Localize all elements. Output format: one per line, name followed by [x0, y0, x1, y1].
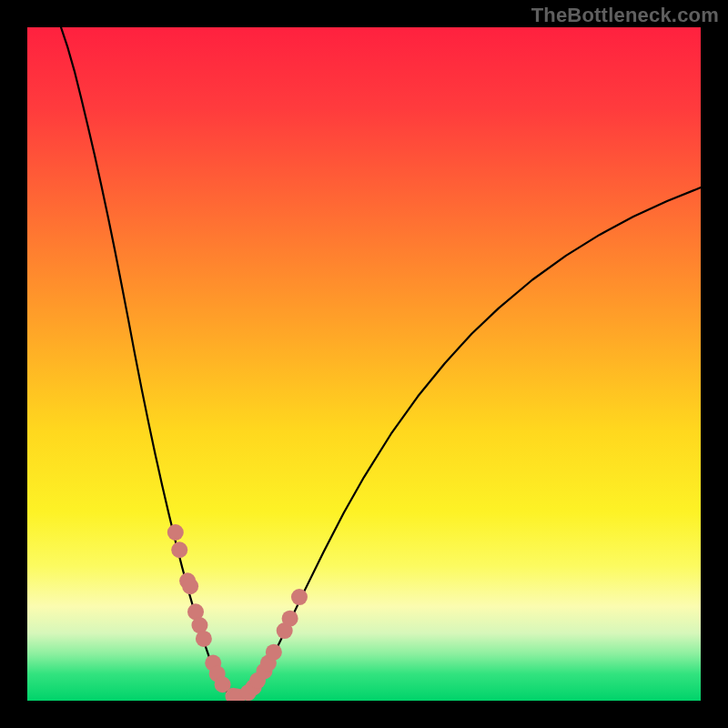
- bottleneck-curve: [61, 27, 701, 698]
- sample-point: [167, 524, 184, 541]
- sample-point: [291, 589, 308, 605]
- curve-layer: [27, 27, 701, 701]
- sample-point: [182, 578, 198, 594]
- sample-point: [282, 611, 298, 627]
- sample-point: [196, 631, 212, 647]
- plot-area: [27, 27, 701, 701]
- sample-points: [167, 524, 308, 701]
- sample-point: [266, 644, 282, 661]
- sample-point: [171, 541, 187, 558]
- chart-stage: TheBottleneck.com: [0, 0, 728, 728]
- watermark-label: TheBottleneck.com: [531, 4, 719, 27]
